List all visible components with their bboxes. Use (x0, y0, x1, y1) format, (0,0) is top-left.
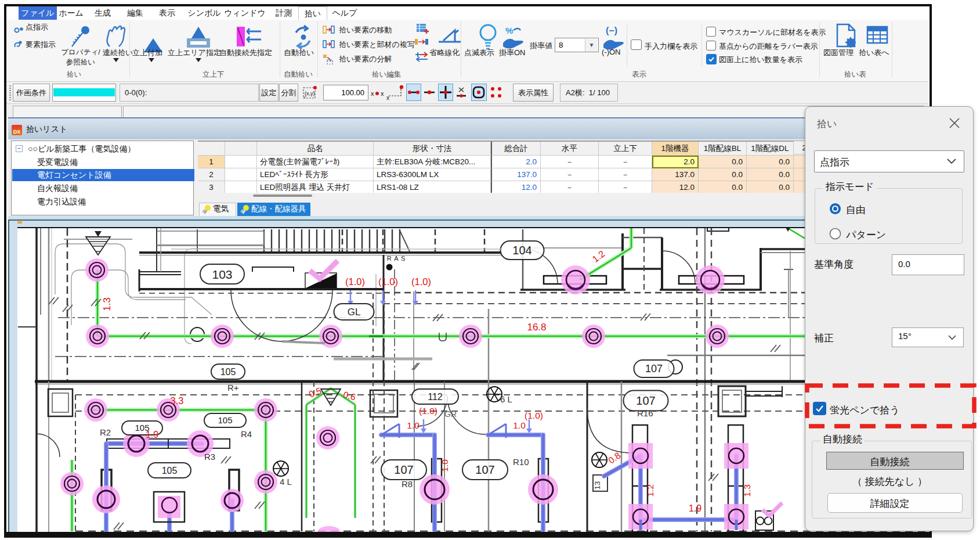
svg-text:107: 107 (636, 394, 655, 407)
svg-text:1.0: 1.0 (513, 420, 526, 430)
svg-text:13: 13 (593, 481, 602, 489)
svg-text:(x,y): (x,y) (305, 91, 315, 96)
svg-text:112: 112 (428, 392, 443, 402)
svg-text:GL: GL (348, 307, 361, 318)
svg-text:R2: R2 (100, 427, 111, 437)
svg-text:x: x (386, 95, 389, 101)
svg-text:1.2: 1.2 (645, 484, 655, 497)
svg-text:R10: R10 (513, 457, 529, 467)
svg-text:107: 107 (394, 463, 413, 476)
svg-text:1.9: 1.9 (689, 503, 701, 513)
svg-text:1.0: 1.0 (440, 459, 450, 472)
svg-text:1.9: 1.9 (146, 430, 158, 440)
svg-text:1.2: 1.2 (591, 249, 607, 264)
svg-text:(1.0): (1.0) (411, 276, 431, 287)
svg-text:103: 103 (212, 268, 232, 281)
svg-text:107: 107 (645, 363, 663, 375)
svg-text:105: 105 (162, 466, 178, 476)
svg-text:(1.0): (1.0) (345, 276, 365, 287)
svg-text:R A S: R A S (387, 255, 406, 262)
svg-text:0.6: 0.6 (342, 390, 357, 402)
svg-text:R3: R3 (204, 452, 215, 462)
svg-text:4 L: 4 L (280, 477, 292, 487)
svg-text:(1.0): (1.0) (378, 276, 398, 287)
svg-text:x: x (371, 90, 374, 97)
svg-text:(1.0): (1.0) (525, 411, 543, 420)
svg-text:107: 107 (475, 463, 494, 476)
svg-text:R4: R4 (241, 429, 252, 439)
svg-text:R+: R+ (227, 383, 239, 393)
svg-text:(−): (−) (606, 26, 617, 35)
svg-text:x: x (381, 90, 384, 97)
svg-text:6 L: 6 L (500, 394, 512, 404)
svg-text:1.0: 1.0 (407, 420, 420, 430)
svg-text:%: % (505, 26, 513, 35)
svg-text:105: 105 (220, 367, 236, 377)
svg-text:1.3: 1.3 (102, 297, 113, 311)
svg-text:R8: R8 (402, 479, 413, 489)
svg-text:16.8: 16.8 (527, 322, 546, 333)
svg-text:105: 105 (218, 415, 232, 425)
svg-text:1.3: 1.3 (742, 484, 752, 497)
svg-text:(1.0): (1.0) (419, 406, 437, 416)
svg-text:0.8: 0.8 (606, 450, 622, 465)
svg-text:GR: GR (444, 409, 457, 419)
svg-text:0.5: 0.5 (308, 386, 323, 399)
svg-text:3.3: 3.3 (171, 395, 184, 406)
svg-text:R16: R16 (637, 408, 653, 418)
svg-text:104: 104 (512, 244, 531, 257)
